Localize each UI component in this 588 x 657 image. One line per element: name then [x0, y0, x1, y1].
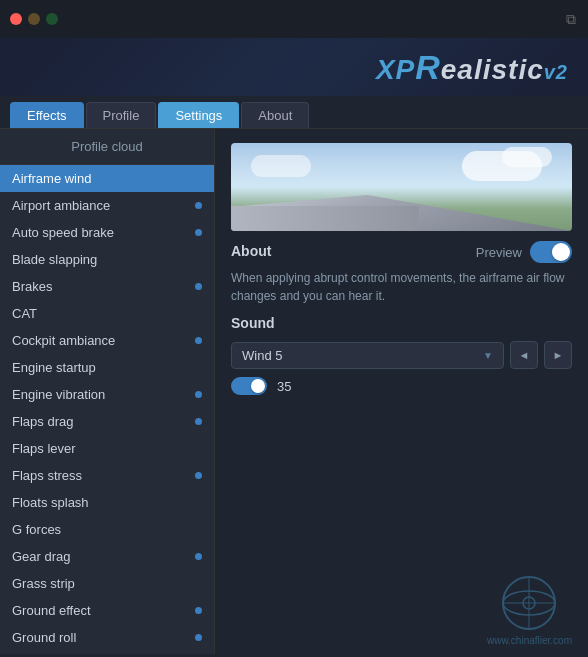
- traffic-lights: [10, 13, 58, 25]
- dropdown-value: Wind 5: [242, 348, 282, 363]
- list-item[interactable]: Cockpit ambiance: [0, 327, 214, 354]
- titlebar: ⧉: [0, 0, 588, 38]
- preview-toggle-container: Preview: [476, 241, 572, 263]
- active-dot-icon: [195, 472, 202, 479]
- sound-prev-button[interactable]: ◄: [510, 341, 538, 369]
- list-item-label: Brakes: [12, 279, 52, 294]
- tab-effects[interactable]: Effects: [10, 102, 84, 128]
- list-item[interactable]: Flaps drag: [0, 408, 214, 435]
- list-item-label: Flaps drag: [12, 414, 73, 429]
- list-item[interactable]: Flaps stress: [0, 462, 214, 489]
- window-resize-icon: ⧉: [566, 11, 576, 28]
- active-dot-icon: [195, 553, 202, 560]
- list-item-label: Gear drag: [12, 549, 71, 564]
- active-dot-icon: [195, 283, 202, 290]
- tab-profile[interactable]: Profile: [86, 102, 157, 128]
- tab-settings[interactable]: Settings: [158, 102, 239, 128]
- list-item[interactable]: Auto speed brake: [0, 219, 214, 246]
- sound-next-button[interactable]: ►: [544, 341, 572, 369]
- sidebar-list: Airframe wind Airport ambiance Auto spee…: [0, 165, 214, 654]
- slider-value: 35: [277, 379, 291, 394]
- list-item[interactable]: Ground effect: [0, 597, 214, 624]
- sound-section-title: Sound: [231, 315, 572, 331]
- list-item[interactable]: Airframe wind: [0, 165, 214, 192]
- list-item-label: Cockpit ambiance: [12, 333, 115, 348]
- list-item-label: Floats splash: [12, 495, 89, 510]
- main-content: Profile cloud Airframe wind Airport ambi…: [0, 129, 588, 654]
- tab-bar: Effects Profile Settings About: [0, 96, 588, 129]
- list-item-label: Ground roll: [12, 630, 76, 645]
- logo-v2: v2: [544, 61, 568, 83]
- cloud-shape: [502, 147, 552, 167]
- list-item[interactable]: Engine vibration: [0, 381, 214, 408]
- active-dot-icon: [195, 607, 202, 614]
- logo-r: R: [415, 48, 441, 86]
- active-dot-icon: [195, 337, 202, 344]
- preview-label: Preview: [476, 245, 522, 260]
- list-item[interactable]: Grass strip: [0, 570, 214, 597]
- list-item[interactable]: Gear drag: [0, 543, 214, 570]
- list-item-label: Ground effect: [12, 603, 91, 618]
- list-item-label: G forces: [12, 522, 61, 537]
- logo-xp: XP: [376, 54, 415, 85]
- list-item[interactable]: Blade slapping: [0, 246, 214, 273]
- sound-dropdown[interactable]: Wind 5 ▼: [231, 342, 504, 369]
- active-dot-icon: [195, 229, 202, 236]
- right-panel: About Preview When applying abrupt contr…: [215, 129, 588, 654]
- active-dot-icon: [195, 391, 202, 398]
- list-item-label: Engine startup: [12, 360, 96, 375]
- active-dot-icon: [195, 202, 202, 209]
- about-section-title: About: [231, 243, 271, 259]
- active-dot-icon: [195, 418, 202, 425]
- sound-section: Sound Wind 5 ▼ ◄ ► 35: [231, 315, 572, 395]
- preview-toggle[interactable]: [530, 241, 572, 263]
- active-dot-icon: [195, 634, 202, 641]
- preview-image: [231, 143, 572, 231]
- list-item[interactable]: G forces: [0, 516, 214, 543]
- about-description: When applying abrupt control movements, …: [231, 269, 572, 305]
- watermark: www.chinaflier.com: [487, 573, 572, 646]
- list-item-label: Flaps lever: [12, 441, 76, 456]
- list-item-label: Airport ambiance: [12, 198, 110, 213]
- tab-about[interactable]: About: [241, 102, 309, 128]
- list-item-label: Airframe wind: [12, 171, 91, 186]
- about-section: About Preview When applying abrupt contr…: [231, 241, 572, 305]
- sidebar: Profile cloud Airframe wind Airport ambi…: [0, 129, 215, 654]
- sidebar-header: Profile cloud: [0, 129, 214, 165]
- list-item[interactable]: Airport ambiance: [0, 192, 214, 219]
- logo-ealistic: ealistic: [441, 54, 544, 85]
- dropdown-arrow-icon: ▼: [483, 350, 493, 361]
- list-item[interactable]: Ground shakings: [0, 651, 214, 654]
- list-item[interactable]: Engine startup: [0, 354, 214, 381]
- list-item[interactable]: Brakes: [0, 273, 214, 300]
- list-item[interactable]: Flaps lever: [0, 435, 214, 462]
- slider-toggle[interactable]: [231, 377, 267, 395]
- about-header-row: About Preview: [231, 241, 572, 263]
- list-item[interactable]: Floats splash: [0, 489, 214, 516]
- app-header: XPRealisticv2: [0, 38, 588, 96]
- watermark-text: www.chinaflier.com: [487, 635, 572, 646]
- list-item-label: Grass strip: [12, 576, 75, 591]
- close-button[interactable]: [10, 13, 22, 25]
- list-item-label: Auto speed brake: [12, 225, 114, 240]
- sound-dropdown-row: Wind 5 ▼ ◄ ►: [231, 341, 572, 369]
- cloud-shape: [251, 155, 311, 177]
- list-item-label: CAT: [12, 306, 37, 321]
- list-item-label: Engine vibration: [12, 387, 105, 402]
- watermark-logo-icon: [499, 573, 559, 633]
- slider-row: 35: [231, 377, 572, 395]
- wing-body: [231, 206, 419, 231]
- list-item-label: Blade slapping: [12, 252, 97, 267]
- list-item[interactable]: Ground roll: [0, 624, 214, 651]
- list-item-label: Flaps stress: [12, 468, 82, 483]
- list-item[interactable]: CAT: [0, 300, 214, 327]
- app-logo: XPRealisticv2: [376, 48, 568, 87]
- maximize-button[interactable]: [46, 13, 58, 25]
- minimize-button[interactable]: [28, 13, 40, 25]
